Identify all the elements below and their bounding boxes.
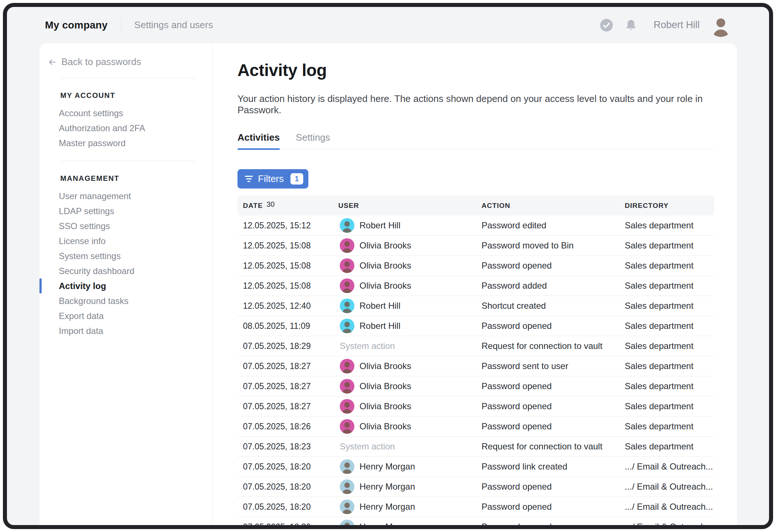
row-user-name: Henry Morgan (360, 522, 415, 525)
user-avatar (340, 520, 354, 525)
row-date: 07.05.2025, 18:26 (237, 422, 338, 432)
sidebar-item-security-dashboard[interactable]: Security dashboard (59, 263, 213, 278)
row-user-name: Henry Morgan (360, 461, 415, 472)
column-header-action: ACTION (482, 202, 625, 210)
row-date: 07.05.2025, 18:20 (237, 502, 338, 512)
filter-icon (245, 176, 253, 182)
row-date: 12.05.2025, 15:08 (237, 261, 338, 271)
row-user: Olivia Brooks (338, 419, 482, 434)
row-directory: .../ Email & Outreach... (625, 522, 714, 525)
sidebar-item-import-data[interactable]: Import data (59, 323, 213, 338)
row-directory: Sales department (625, 240, 714, 251)
table-row[interactable]: 07.05.2025, 18:26 Olivia Brooks Password… (237, 417, 714, 437)
row-date: 07.05.2025, 18:20 (237, 522, 338, 525)
row-action: Password edited (482, 220, 625, 231)
user-avatar (340, 218, 354, 233)
tab-settings[interactable]: Settings (296, 132, 330, 149)
user-avatar (340, 459, 354, 474)
column-header-directory: DIRECTORY (625, 202, 714, 210)
row-action: Password moved to Bin (482, 240, 625, 251)
table-row[interactable]: 07.05.2025, 18:20 Henry Morgan Password … (237, 457, 714, 477)
date-days-count: 30 (266, 200, 274, 208)
sidebar-item-license-info[interactable]: License info (59, 233, 213, 248)
row-user-name: System action (340, 341, 395, 351)
page-description: Your action history is displayed here. T… (237, 93, 714, 116)
app-window: My company Settings and users Robert Hil… (3, 3, 773, 529)
sidebar: Back to passwords MY ACCOUNT Account set… (39, 43, 213, 525)
row-user: Henry Morgan (338, 479, 482, 494)
row-user: Henry Morgan (338, 520, 482, 525)
table-row[interactable]: 07.05.2025, 18:20 Henry Morgan Password … (237, 517, 714, 525)
filters-button[interactable]: Filters 1 (237, 169, 308, 189)
row-user-name: Olivia Brooks (360, 240, 411, 251)
table-row[interactable]: 12.05.2025, 15:12 Robert Hill Password e… (237, 216, 714, 236)
user-avatar (340, 319, 354, 333)
row-directory: Sales department (625, 220, 714, 231)
row-user: Olivia Brooks (338, 399, 482, 414)
table-row[interactable]: 07.05.2025, 18:27 Olivia Brooks Password… (237, 376, 714, 396)
table-row[interactable]: 07.05.2025, 18:29 System action Request … (237, 336, 714, 356)
table-row[interactable]: 07.05.2025, 18:27 Olivia Brooks Password… (237, 396, 714, 417)
row-user: Olivia Brooks (338, 379, 482, 394)
activity-table: DATE30 USER ACTION DIRECTORY 12.05.2025,… (237, 195, 714, 525)
table-row[interactable]: 07.05.2025, 18:20 Henry Morgan Password … (237, 497, 714, 517)
row-directory: Sales department (625, 421, 714, 432)
sidebar-item-master-password[interactable]: Master password (59, 136, 213, 151)
row-directory: .../ Email & Outreach... (625, 482, 714, 492)
table-row[interactable]: 08.05.2025, 11:09 Robert Hill Password o… (237, 316, 714, 336)
row-directory: Sales department (625, 401, 714, 411)
sidebar-item-ldap-settings[interactable]: LDAP settings (59, 204, 213, 218)
user-avatar[interactable] (709, 14, 733, 37)
row-user: Olivia Brooks (338, 359, 482, 373)
user-avatar (340, 238, 354, 253)
my-account-items: Account settingsAuthorization and 2FAMas… (39, 106, 213, 151)
row-date: 12.05.2025, 15:08 (237, 281, 338, 291)
table-row[interactable]: 12.05.2025, 15:08 Olivia Brooks Password… (237, 236, 714, 256)
row-user: Olivia Brooks (338, 278, 482, 293)
bell-icon[interactable] (613, 19, 638, 32)
sidebar-item-authorization-and-2fa[interactable]: Authorization and 2FA (59, 121, 213, 136)
sidebar-item-account-settings[interactable]: Account settings (59, 106, 213, 121)
table-row[interactable]: 12.05.2025, 15:08 Olivia Brooks Password… (237, 276, 714, 296)
row-user: Robert Hill (338, 299, 482, 313)
table-row[interactable]: 07.05.2025, 18:20 Henry Morgan Password … (237, 477, 714, 497)
row-user: Robert Hill (338, 218, 482, 233)
row-user: Henry Morgan (338, 459, 482, 474)
row-action: Password opened (482, 482, 625, 492)
row-directory: Sales department (625, 321, 714, 331)
sidebar-divider (60, 78, 195, 78)
sidebar-item-user-management[interactable]: User management (59, 189, 213, 204)
sidebar-divider (60, 161, 195, 161)
table-row[interactable]: 12.05.2025, 15:08 Olivia Brooks Password… (237, 256, 714, 276)
sidebar-item-export-data[interactable]: Export data (59, 308, 213, 323)
row-user-name: Olivia Brooks (360, 401, 411, 411)
tab-activities[interactable]: Activities (237, 132, 280, 149)
table-row[interactable]: 07.05.2025, 18:27 Olivia Brooks Password… (237, 356, 714, 376)
section-title-my-account: MY ACCOUNT (60, 91, 213, 100)
filters-count-badge: 1 (290, 173, 303, 185)
sidebar-item-system-settings[interactable]: System settings (59, 248, 213, 263)
row-action: Password opened (482, 522, 625, 525)
topbar-divider (121, 17, 121, 34)
table-row[interactable]: 12.05.2025, 12:40 Robert Hill Shortcut c… (237, 296, 714, 316)
management-items: User managementLDAP settingsSSO settings… (39, 189, 213, 338)
check-circle-icon[interactable] (600, 18, 613, 32)
page-title: Activity log (237, 60, 714, 80)
user-avatar (340, 299, 354, 313)
row-user-name: Olivia Brooks (360, 381, 411, 391)
user-menu[interactable]: Robert Hill (654, 19, 700, 31)
sidebar-item-activity-log[interactable]: Activity log (59, 278, 213, 293)
arrow-left-icon (47, 57, 57, 67)
column-header-date[interactable]: DATE30 (237, 201, 338, 210)
back-to-passwords-link[interactable]: Back to passwords (47, 56, 213, 68)
row-directory: Sales department (625, 441, 714, 452)
table-row[interactable]: 07.05.2025, 18:23 System action Request … (237, 437, 714, 457)
user-avatar (340, 359, 354, 373)
sidebar-item-background-tasks[interactable]: Background tasks (59, 293, 213, 308)
row-date: 07.05.2025, 18:20 (237, 482, 338, 492)
row-user-name: Henry Morgan (360, 502, 415, 512)
row-user: System action (338, 441, 482, 452)
topbar-subtitle: Settings and users (134, 19, 213, 31)
row-date: 07.05.2025, 18:27 (237, 402, 338, 411)
sidebar-item-sso-settings[interactable]: SSO settings (59, 218, 213, 233)
